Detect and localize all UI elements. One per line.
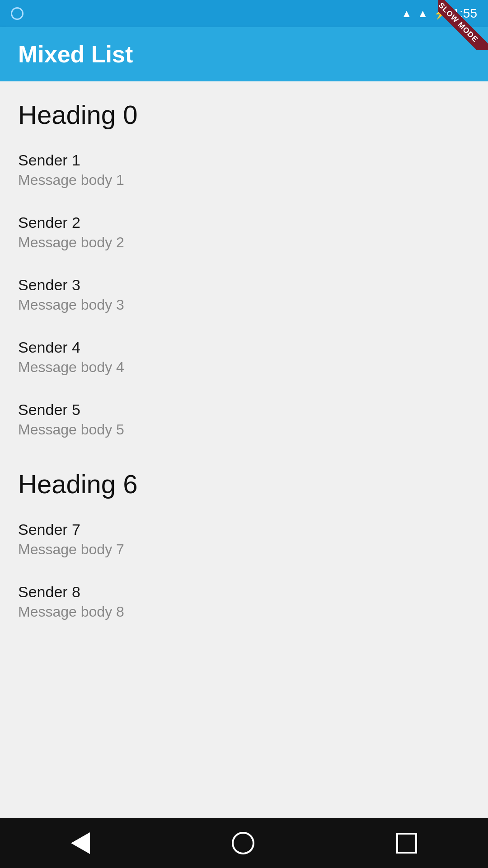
message-body: Message body 1 — [18, 172, 470, 189]
status-bar-left — [11, 7, 23, 20]
back-icon — [71, 832, 90, 854]
message-body: Message body 2 — [18, 234, 470, 251]
battery-icon: ⚡ — [434, 8, 447, 19]
status-bar-right: ▲ ▲ ⚡ 1:55 — [401, 6, 477, 21]
list-item[interactable]: Sender 5Message body 5 — [0, 388, 488, 451]
status-bar: ▲ ▲ ⚡ 1:55 — [0, 0, 488, 27]
list-item[interactable]: Sender 2Message body 2 — [0, 201, 488, 264]
list-item[interactable]: Sender 4Message body 4 — [0, 326, 488, 388]
message-body: Message body 8 — [18, 604, 470, 620]
app-bar-title: Mixed List — [18, 41, 133, 68]
list-heading-0: Heading 0 — [0, 81, 488, 139]
message-sender: Sender 3 — [18, 276, 470, 294]
app-bar: Mixed List — [0, 27, 488, 81]
recents-button[interactable] — [387, 824, 426, 863]
home-button[interactable] — [223, 823, 263, 863]
message-body: Message body 5 — [18, 421, 470, 438]
content-list: Heading 0Sender 1Message body 1Sender 2M… — [0, 81, 488, 818]
status-time: 1:55 — [453, 6, 478, 21]
message-sender: Sender 5 — [18, 401, 470, 419]
message-sender: Sender 1 — [18, 151, 470, 169]
signal-bars-icon: ▲ — [418, 8, 428, 19]
list-item[interactable]: Sender 1Message body 1 — [0, 139, 488, 201]
home-icon — [232, 832, 254, 854]
message-body: Message body 3 — [18, 297, 470, 313]
nav-bar — [0, 818, 488, 868]
signal-icon — [11, 7, 23, 20]
message-body: Message body 4 — [18, 359, 470, 376]
list-heading-6: Heading 6 — [0, 451, 488, 508]
wifi-icon: ▲ — [401, 8, 412, 19]
list-item[interactable]: Sender 3Message body 3 — [0, 264, 488, 326]
message-body: Message body 7 — [18, 541, 470, 558]
recents-icon — [396, 833, 417, 854]
message-sender: Sender 8 — [18, 583, 470, 601]
list-item[interactable]: Sender 8Message body 8 — [0, 571, 488, 633]
message-sender: Sender 7 — [18, 521, 470, 538]
list-item[interactable]: Sender 7Message body 7 — [0, 508, 488, 571]
message-sender: Sender 4 — [18, 339, 470, 356]
message-sender: Sender 2 — [18, 214, 470, 231]
back-button[interactable] — [62, 823, 99, 863]
